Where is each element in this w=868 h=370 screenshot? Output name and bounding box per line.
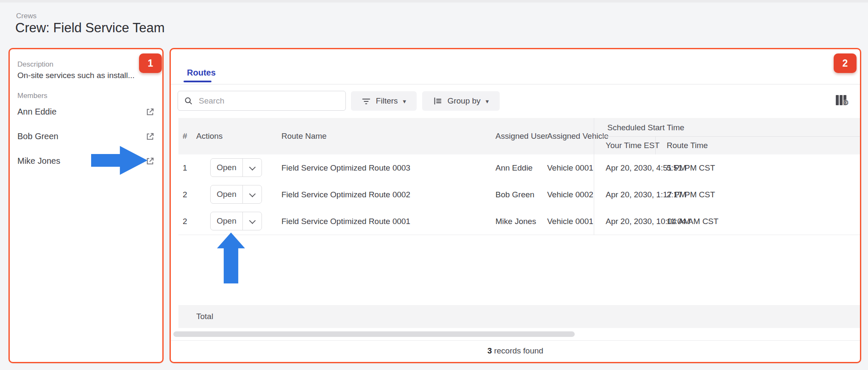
- records-count: 3: [487, 346, 492, 355]
- members-label: Members: [17, 92, 47, 100]
- breadcrumb[interactable]: Crews: [16, 12, 36, 20]
- cell-assigned-vehicle: Vehicle 0001: [547, 154, 593, 181]
- search-box: [178, 91, 346, 111]
- window-top-edge: [0, 0, 868, 3]
- footer-divider: [171, 340, 860, 341]
- header-actions[interactable]: Actions: [196, 118, 223, 154]
- records-suffix: records found: [494, 346, 543, 355]
- member-row: Bob Green: [17, 132, 156, 143]
- cell-route-time: 2:17 PM CST: [667, 181, 715, 208]
- cell-num: 2: [183, 181, 187, 208]
- member-row: Ann Eddie: [17, 107, 156, 119]
- chevron-down-icon[interactable]: [242, 212, 262, 230]
- cell-route-name: Field Service Optimized Route 0002: [281, 181, 410, 208]
- cell-num: 1: [183, 154, 187, 181]
- member-name: Ann Eddie: [17, 107, 56, 116]
- crew-info-panel: 1 Description On-site services such as i…: [8, 48, 164, 363]
- chevron-down-icon[interactable]: [242, 159, 262, 177]
- open-route-button[interactable]: Open: [210, 212, 262, 230]
- header-your-time[interactable]: Your Time EST: [599, 136, 659, 154]
- group-by-icon: [433, 96, 442, 106]
- external-link-icon[interactable]: [145, 132, 155, 141]
- search-input[interactable]: [198, 96, 345, 106]
- cell-num: 2: [183, 208, 187, 235]
- annotation-badge-2: 2: [834, 53, 857, 73]
- table-row: 2 Open Field Service Optimized Route 000…: [178, 208, 860, 235]
- cell-route-time: 5:51 PM CST: [667, 154, 715, 181]
- page: Crews Crew: Field Service Team 1 Descrip…: [0, 0, 868, 370]
- column-divider: [655, 137, 656, 154]
- cell-route-time: 11:04 AM CST: [667, 208, 718, 235]
- tab-routes-label: Routes: [187, 68, 216, 78]
- column-settings-icon[interactable]: [836, 95, 850, 108]
- description-value: On-site services such as install...: [17, 71, 135, 80]
- open-route-button-label: Open: [211, 212, 242, 230]
- filters-button-label: Filters: [376, 96, 398, 106]
- cell-assigned-user: Bob Green: [495, 181, 534, 208]
- chevron-down-icon[interactable]: [242, 185, 262, 203]
- open-route-button[interactable]: Open: [210, 158, 262, 177]
- cell-assigned-vehicle: Vehicle 0002: [547, 181, 593, 208]
- header-num[interactable]: #: [183, 118, 187, 154]
- cell-assigned-user: Mike Jones: [495, 208, 536, 235]
- scheduled-group-divider: [594, 118, 594, 235]
- caret-down-icon: [486, 96, 489, 106]
- member-name: Bob Green: [17, 132, 58, 141]
- external-link-icon[interactable]: [145, 157, 155, 166]
- records-found-status: 3records found: [171, 346, 860, 356]
- open-route-button-label: Open: [211, 159, 242, 177]
- header-route-time[interactable]: Route Time: [660, 136, 708, 154]
- routes-panel: 2 Routes Filters Group by: [170, 48, 861, 363]
- cell-route-name: Field Service Optimized Route 0001: [281, 208, 410, 235]
- table-row: 2 Open Field Service Optimized Route 000…: [178, 181, 860, 208]
- header-assigned-user[interactable]: Assigned User: [495, 118, 548, 154]
- filters-button[interactable]: Filters: [351, 91, 417, 111]
- search-icon: [184, 96, 193, 105]
- table-header: # Actions Route Name Assigned User Assig…: [178, 118, 860, 154]
- cell-route-name: Field Service Optimized Route 0003: [281, 154, 410, 181]
- cell-assigned-vehicle: Vehicle 0001: [547, 208, 593, 235]
- annotation-badge-1: 1: [139, 53, 162, 73]
- header-route-name[interactable]: Route Name: [281, 118, 327, 154]
- open-route-button[interactable]: Open: [210, 185, 262, 204]
- cell-assigned-user: Ann Eddie: [495, 154, 533, 181]
- description-label: Description: [17, 60, 53, 69]
- total-label: Total: [196, 305, 213, 328]
- group-by-button[interactable]: Group by: [422, 91, 500, 111]
- table-total-row: Total: [178, 305, 860, 328]
- member-name: Mike Jones: [17, 156, 60, 165]
- horizontal-scrollbar[interactable]: [173, 331, 575, 337]
- tab-bar: Routes: [171, 49, 860, 84]
- page-title: Crew: Field Service Team: [15, 20, 165, 36]
- header-scheduled-start-time[interactable]: Scheduled Start Time: [601, 118, 860, 137]
- group-by-button-label: Group by: [448, 96, 481, 106]
- table-row: 1 Open Field Service Optimized Route 000…: [178, 154, 860, 182]
- filter-icon: [362, 96, 371, 106]
- external-link-icon[interactable]: [145, 107, 155, 117]
- tab-active-underline: [184, 81, 211, 82]
- caret-down-icon: [403, 96, 406, 106]
- open-route-button-label: Open: [211, 185, 242, 203]
